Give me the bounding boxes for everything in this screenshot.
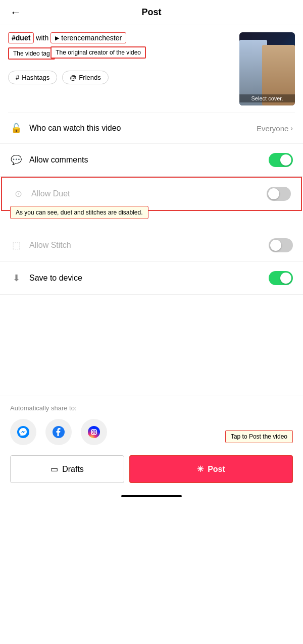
- allow-stitch-label: Allow Stitch: [29, 241, 262, 250]
- svg-point-0: [17, 426, 29, 438]
- toggle-knob-duet: [268, 188, 279, 199]
- caption-area: #duet The video tag with ▶ terencemanche…: [0, 25, 303, 113]
- at-icon: @: [70, 74, 76, 81]
- caption-input-wrapper: #duet The video tag with ▶ terencemanche…: [8, 32, 234, 84]
- who-watch-value: Everyone ›: [257, 124, 293, 133]
- save-icon: ⬇: [10, 272, 22, 284]
- post-label: Post: [208, 465, 225, 474]
- svg-point-2: [88, 426, 100, 438]
- duet-disabled-annotation: As you can see, duet and stitches are di…: [10, 206, 148, 219]
- allow-comments-label: Allow comments: [29, 155, 262, 165]
- toggle-knob-stitch: [270, 240, 281, 251]
- post-icon: ✳: [197, 464, 204, 474]
- caption-tag[interactable]: #duet: [8, 32, 34, 43]
- allow-comments-toggle[interactable]: [269, 153, 293, 167]
- creator-name: terencemanchester: [61, 34, 122, 42]
- post-button[interactable]: ✳ Post: [129, 455, 293, 483]
- stitch-icon: ⬚: [10, 239, 22, 251]
- allow-duet-toggle[interactable]: [267, 187, 291, 201]
- back-button[interactable]: ←: [10, 6, 21, 19]
- allow-stitch-toggle[interactable]: [269, 238, 293, 252]
- spacer: [0, 295, 303, 396]
- hash-icon: #: [16, 74, 19, 81]
- drafts-button[interactable]: ▭ Drafts: [10, 455, 124, 483]
- video-thumbnail[interactable]: Select cover.: [239, 32, 295, 105]
- post-annotation-wrapper: Tap to Post the video ▭ Drafts ✳ Post: [10, 455, 293, 491]
- save-device-row: ⬇ Save to device: [0, 262, 303, 295]
- friends-button[interactable]: @ Friends: [62, 71, 109, 84]
- creator-annotation: The original creator of the video: [50, 46, 146, 59]
- allow-duet-section: ⊙ Allow Duet As you can see, duet and st…: [0, 177, 303, 211]
- messenger-icon[interactable]: [10, 419, 36, 445]
- save-device-toggle[interactable]: [269, 271, 293, 285]
- tap-post-annotation: Tap to Post the video: [225, 430, 293, 443]
- allow-duet-label: Allow Duet: [31, 189, 260, 198]
- video-tag-annotation: The video tag: [8, 47, 55, 60]
- share-label: Automatically share to:: [10, 404, 293, 412]
- chevron-right-icon: ›: [290, 124, 293, 132]
- toggle-knob-save: [280, 273, 291, 284]
- save-device-label: Save to device: [29, 274, 262, 283]
- allow-comments-row: 💬 Allow comments: [0, 144, 303, 177]
- toggle-knob: [280, 154, 291, 166]
- duet-icon: ⊙: [12, 188, 24, 200]
- everyone-text: Everyone: [257, 124, 288, 133]
- instagram-icon[interactable]: [81, 419, 107, 445]
- caption-text-row: #duet The video tag with ▶ terencemanche…: [8, 32, 234, 43]
- hashtags-label: Hashtags: [22, 74, 49, 81]
- allow-stitch-row: ⬚ Allow Stitch: [0, 229, 303, 262]
- who-watch-row[interactable]: 🔓 Who can watch this video Everyone ›: [0, 113, 303, 144]
- bottom-section: Automatically share to:: [0, 396, 303, 491]
- play-icon: ▶: [55, 35, 59, 41]
- action-buttons: ▭ Drafts ✳ Post: [10, 455, 293, 491]
- who-watch-label: Who can watch this video: [29, 124, 249, 133]
- comment-icon: 💬: [10, 154, 22, 166]
- select-cover-label: Select cover.: [239, 94, 295, 102]
- caption-with-text: with: [36, 34, 48, 42]
- tag-buttons: # Hashtags @ Friends: [8, 71, 234, 84]
- bottom-bar: [0, 491, 303, 503]
- caption-creator[interactable]: ▶ terencemanchester: [50, 32, 126, 43]
- header: ← Post: [0, 0, 303, 25]
- facebook-icon[interactable]: [45, 419, 72, 445]
- drafts-icon: ▭: [50, 464, 58, 474]
- lock-icon: 🔓: [10, 122, 22, 134]
- home-indicator: [121, 495, 182, 497]
- hashtags-button[interactable]: # Hashtags: [8, 71, 57, 84]
- friends-label: Friends: [79, 74, 100, 81]
- drafts-label: Drafts: [62, 465, 84, 474]
- svg-point-5: [95, 430, 96, 431]
- page-title: Post: [141, 7, 161, 18]
